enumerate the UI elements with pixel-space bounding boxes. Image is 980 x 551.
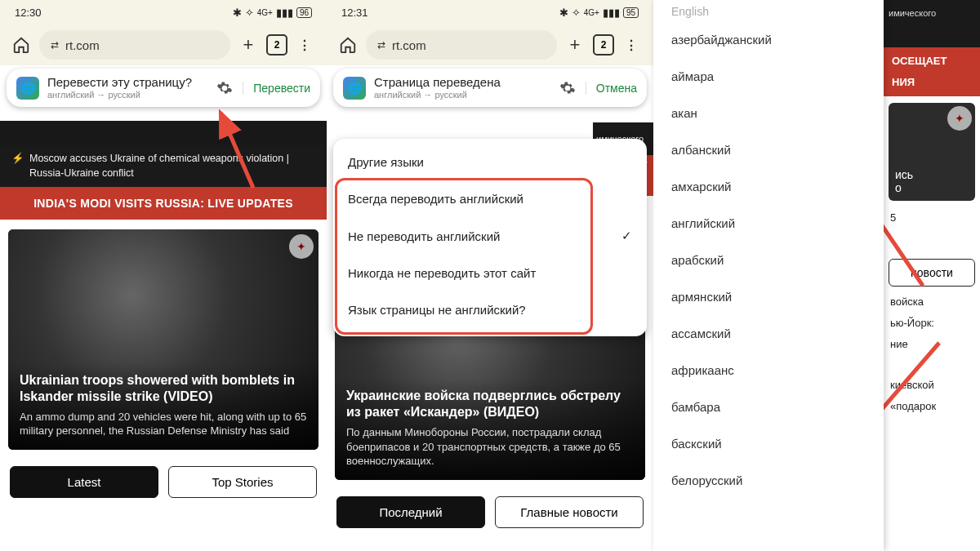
gear-icon[interactable] <box>215 78 234 98</box>
article-headline: Ukrainian troops showered with bomblets … <box>20 372 307 405</box>
bluetooth-icon: ✱ <box>233 7 242 19</box>
tab-top-stories[interactable]: Top Stories <box>168 466 317 498</box>
clock: 12:30 <box>15 7 42 19</box>
language-item[interactable]: акан <box>653 95 884 131</box>
translate-action-button[interactable]: Перевести <box>243 82 310 95</box>
translate-bar: 🌐 Страница переведена английский → русск… <box>333 69 647 107</box>
home-icon[interactable] <box>11 35 31 55</box>
translate-bar: 🌐 Перевести эту страницу? английский → р… <box>7 69 320 107</box>
tab-switcher[interactable]: 2 <box>266 34 287 56</box>
feed-tabs: Последний Главные новости <box>327 490 653 535</box>
language-list[interactable]: English азербайджанский аймара акан алба… <box>653 0 884 551</box>
screenshot-2: 12:31 ✱ ✧ 4G+ ▮▮▮ 95 ⇄ rt.com + 2 ⋮ 🌐 Ст… <box>327 0 653 551</box>
source-badge-icon: ✦ <box>289 234 314 259</box>
article-summary: По данным Минобороны России, пострадали … <box>346 425 634 469</box>
gear-icon[interactable] <box>558 78 577 98</box>
web-content: ⚡ Moscow accuses Ukraine of chemical wea… <box>0 69 327 551</box>
tab-latest[interactable]: Latest <box>10 466 158 498</box>
tab-top-stories[interactable]: Главные новости <box>495 496 644 528</box>
language-item[interactable]: белорусский <box>653 462 884 499</box>
home-icon[interactable] <box>338 35 358 55</box>
language-item[interactable]: арабский <box>653 242 884 278</box>
clock: 12:31 <box>341 7 368 19</box>
language-item[interactable]: ассамский <box>653 315 884 352</box>
language-item[interactable]: азербайджанский <box>653 21 884 58</box>
status-bar: 12:30 ✱ ✧ 4G+ ▮▮▮ 96 <box>0 0 327 24</box>
background-content: имического ОСЕЩАЕТ НИЯ ✦ ись о 5 новости… <box>884 0 980 551</box>
translate-text: Перевести эту страницу? английский → рус… <box>47 75 207 100</box>
bolt-icon: ⚡ <box>11 152 24 180</box>
translate-title: Страница переведена <box>374 75 550 90</box>
network-icon: 4G+ <box>584 8 599 17</box>
translate-icon: 🌐 <box>16 77 39 100</box>
language-item[interactable]: английский <box>653 205 884 242</box>
signal-icon: ▮▮▮ <box>276 7 293 19</box>
language-item[interactable]: албанский <box>653 131 884 168</box>
bg-num: 5 <box>884 207 980 229</box>
url-text: rt.com <box>392 38 426 52</box>
url-field[interactable]: ⇄ rt.com <box>366 30 557 60</box>
status-icons: ✱ ✧ 4G+ ▮▮▮ 95 <box>559 7 639 19</box>
browser-toolbar: ⇄ rt.com + 2 ⋮ <box>0 24 327 65</box>
status-bar: 12:31 ✱ ✧ 4G+ ▮▮▮ 95 <box>327 0 653 24</box>
overflow-menu-icon[interactable]: ⋮ <box>622 35 642 55</box>
live-banner[interactable]: INDIA'S MODI VISITS RUSSIA: LIVE UPDATES <box>0 187 327 220</box>
menu-never-translate-site[interactable]: Никогда не переводить этот сайт <box>333 255 647 291</box>
tab-switcher[interactable]: 2 <box>593 34 614 56</box>
screenshot-3: English азербайджанский аймара акан алба… <box>653 0 980 551</box>
language-item[interactable]: армянский <box>653 278 884 315</box>
translate-icon: 🌐 <box>343 77 366 100</box>
language-item[interactable]: English <box>653 0 884 21</box>
translate-options-menu: Другие языки Всегда переводить английски… <box>333 139 647 336</box>
article-headline: Украинские войска подверглись обстрелу и… <box>346 388 634 420</box>
overflow-menu-icon[interactable]: ⋮ <box>296 35 315 55</box>
language-item[interactable]: аймара <box>653 58 884 95</box>
language-item[interactable]: бамбара <box>653 389 884 425</box>
menu-never-translate-lang[interactable]: Не переводить английский✓ <box>333 217 647 255</box>
site-settings-icon: ⇄ <box>51 39 59 51</box>
menu-wrong-language[interactable]: Язык страницы не английский? <box>333 291 647 328</box>
translate-cancel-button[interactable]: Отмена <box>586 82 637 95</box>
feed-tabs: Latest Top Stories <box>0 460 327 504</box>
new-tab-icon[interactable]: + <box>238 35 258 55</box>
browser-toolbar: ⇄ rt.com + 2 ⋮ <box>327 24 653 65</box>
bluetooth-icon: ✱ <box>559 7 568 19</box>
bg-card: ✦ ись о <box>889 103 975 201</box>
news-ticker: ⚡ Moscow accuses Ukraine of chemical wea… <box>0 145 327 187</box>
screenshot-1: 12:30 ✱ ✧ 4G+ ▮▮▮ 96 ⇄ rt.com + 2 ⋮ 🌐 Пе… <box>0 0 327 551</box>
language-item[interactable]: африкаанс <box>653 352 884 389</box>
status-icons: ✱ ✧ 4G+ ▮▮▮ 96 <box>233 7 312 19</box>
site-settings-icon: ⇄ <box>377 39 385 51</box>
article-card[interactable]: ✦ Ukrainian troops showered with bomblet… <box>8 229 318 450</box>
signal-icon: ▮▮▮ <box>603 7 620 19</box>
source-badge-icon: ✦ <box>947 106 972 131</box>
tab-latest[interactable]: Последний <box>336 496 485 528</box>
language-item[interactable]: баскский <box>653 425 884 462</box>
bg-red2: НИЯ <box>884 75 980 96</box>
bg-red1: ОСЕЩАЕТ <box>884 47 980 75</box>
vibrate-icon: ✧ <box>245 7 254 19</box>
url-field[interactable]: ⇄ rt.com <box>39 30 230 60</box>
bg-tab[interactable]: новости <box>889 259 975 287</box>
url-text: rt.com <box>65 38 100 52</box>
article-summary: An ammo dump and 20 vehicles were hit, a… <box>20 410 307 438</box>
battery-icon: 95 <box>623 7 639 18</box>
vibrate-icon: ✧ <box>572 7 581 19</box>
menu-other-languages[interactable]: Другие языки <box>333 144 647 180</box>
translate-sub: английский → русский <box>374 90 550 100</box>
menu-always-translate[interactable]: Всегда переводить английский <box>333 180 647 217</box>
network-icon: 4G+ <box>257 8 273 17</box>
check-icon: ✓ <box>621 229 632 243</box>
language-item[interactable]: амхарский <box>653 168 884 205</box>
battery-icon: 96 <box>296 7 312 18</box>
new-tab-icon[interactable]: + <box>565 35 585 55</box>
